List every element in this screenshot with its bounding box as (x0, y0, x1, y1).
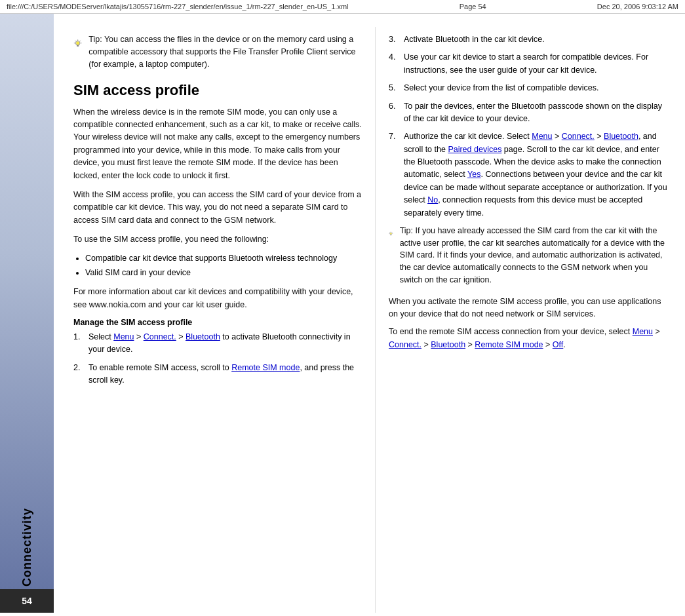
link-connect-end[interactable]: Connect. (389, 340, 421, 349)
section-title: SIM access profile (73, 82, 362, 99)
bullet-list: Compatible car kit device that supports … (85, 252, 362, 279)
link-bluetooth-7[interactable]: Bluetooth (604, 132, 638, 141)
right-para1: When you activate the remote SIM access … (389, 296, 669, 321)
body-para4: For more information about car kit devic… (73, 286, 362, 311)
lightbulb-icon-right (389, 225, 393, 243)
step-2: 2. To enable remote SIM access, scroll t… (73, 362, 362, 387)
manage-label: Manage the SIM access profile (73, 318, 362, 327)
page-label: Page 54 (460, 3, 486, 10)
link-paired-devices[interactable]: Paired devices (448, 145, 501, 154)
svg-line-2 (75, 41, 76, 41)
body-para2: With the SIM access profile, you can acc… (73, 189, 362, 227)
tip-box-right: Tip: If you have already accessed the SI… (389, 225, 669, 286)
tip-box-top: Tip: You can access the files in the dev… (73, 33, 362, 70)
link-remote-sim[interactable]: Remote SIM mode (231, 363, 300, 372)
body-para1: When the wireless device is in the remot… (73, 106, 362, 182)
link-menu-7[interactable]: Menu (532, 132, 552, 141)
step-3: 3. Activate Bluetooth in the car kit dev… (389, 33, 669, 46)
step-1: 1. Select Menu > Connect. > Bluetooth to… (73, 331, 362, 356)
link-off-end[interactable]: Off (553, 340, 563, 349)
lightbulb-icon (73, 33, 82, 54)
link-bluetooth-end[interactable]: Bluetooth (431, 340, 465, 349)
link-connect-1[interactable]: Connect. (144, 332, 176, 341)
link-menu-end[interactable]: Menu (633, 327, 653, 336)
left-column: Tip: You can access the files in the dev… (54, 27, 375, 613)
link-connect-7[interactable]: Connect. (562, 132, 595, 141)
content-area: Tip: You can access the files in the dev… (54, 14, 685, 613)
bullet-item-2: Valid SIM card in your device (85, 267, 362, 279)
body-para3: To use the SIM access profile, you need … (73, 233, 362, 246)
svg-line-3 (80, 41, 81, 41)
filepath: file:///C:/USERS/MODEServer/lkatajis/130… (7, 3, 349, 10)
top-bar: file:///C:/USERS/MODEServer/lkatajis/130… (0, 0, 685, 14)
step-5: 5. Select your device from the list of c… (389, 82, 669, 94)
date-label: Dec 20, 2006 9:03:12 AM (597, 3, 678, 10)
sidebar-label: Connectivity (20, 508, 34, 587)
link-bluetooth-1[interactable]: Bluetooth (186, 332, 220, 341)
step-7: 7. Authorize the car kit device. Select … (389, 130, 669, 220)
sidebar: Connectivity 54 (0, 14, 54, 613)
tip-text-right: Tip: If you have already accessed the SI… (400, 225, 669, 286)
main-container: Connectivity 54 Tip: You can access the … (0, 14, 685, 613)
steps-list-left: 1. Select Menu > Connect. > Bluetooth to… (73, 331, 362, 387)
link-no[interactable]: No (427, 195, 438, 204)
steps-list-right: 3. Activate Bluetooth in the car kit dev… (389, 33, 669, 220)
bullet-item-1: Compatible car kit device that supports … (85, 252, 362, 265)
right-column: 3. Activate Bluetooth in the car kit dev… (375, 27, 685, 613)
tip-text-top: Tip: You can access the files in the dev… (88, 33, 362, 70)
right-para2: To end the remote SIM access connection … (389, 326, 669, 351)
link-menu-1[interactable]: Menu (113, 332, 134, 341)
link-yes[interactable]: Yes (467, 170, 480, 179)
page-number: 54 (0, 589, 54, 613)
step-6: 6. To pair the devices, enter the Blueto… (389, 100, 669, 126)
step-4: 4. Use your car kit device to start a se… (389, 51, 669, 77)
link-remote-sim-end[interactable]: Remote SIM mode (475, 340, 543, 349)
